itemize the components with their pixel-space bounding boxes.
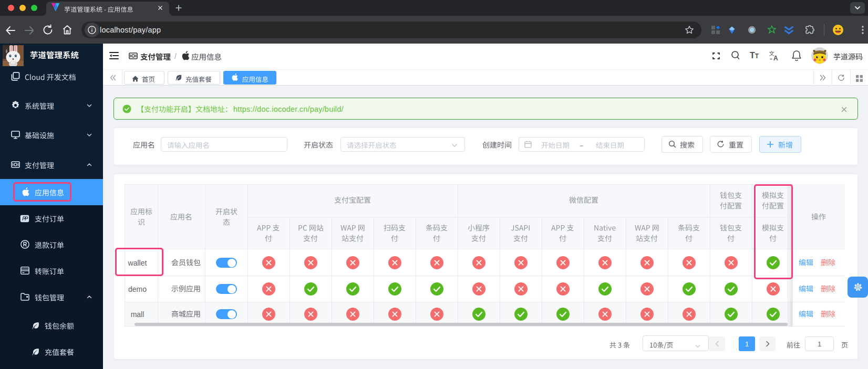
svg-text:A: A bbox=[773, 55, 778, 61]
